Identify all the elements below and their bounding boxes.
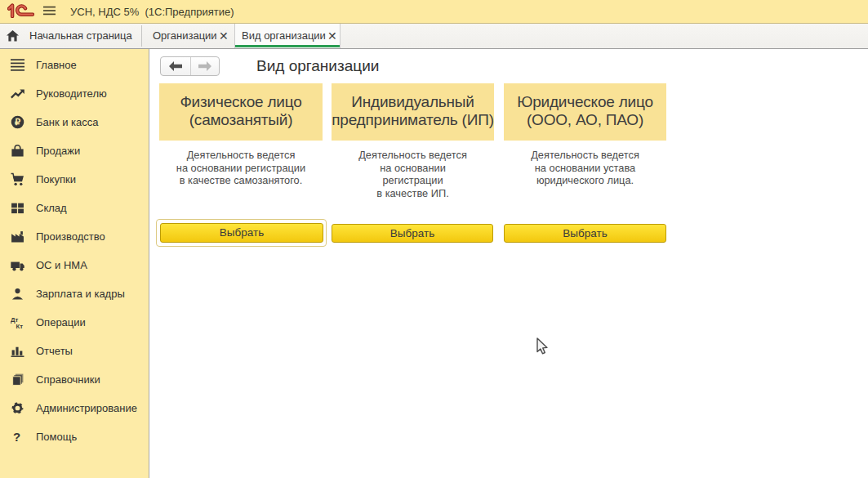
svg-text:₽: ₽ [15,117,20,127]
svg-text:Кт: Кт [16,323,23,329]
